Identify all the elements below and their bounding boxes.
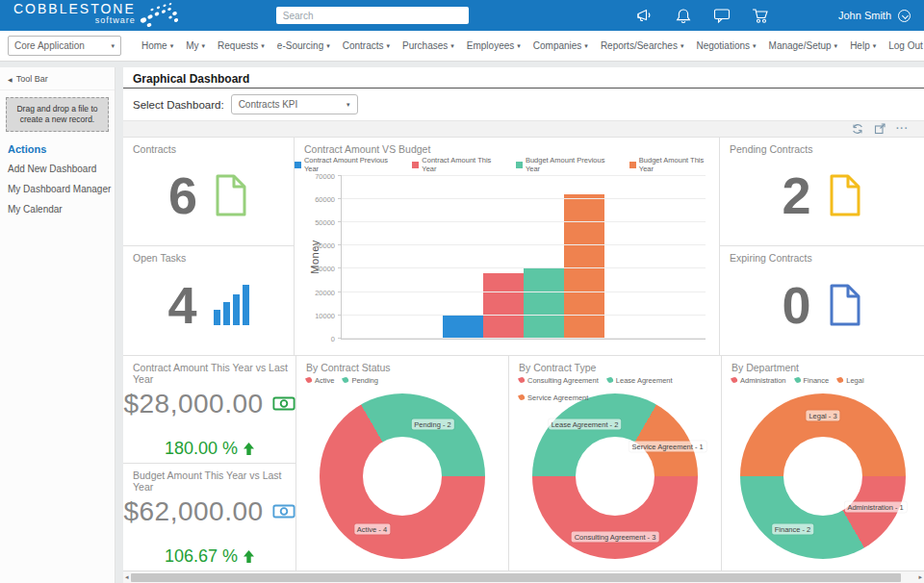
gridline [342,267,706,268]
nav-item-log-out[interactable]: Log Out [888,40,923,51]
cobblestone-logo: COBBLESTONE software [13,2,180,29]
legend-item[interactable]: Legal [837,376,863,385]
nav-items: Home▾My▾Requests▾e-Sourcing▾Contracts▾Pu… [141,40,923,51]
bar-chart-icon [214,285,249,325]
nav-item-home[interactable]: Home▾ [141,40,173,51]
nav-item-my[interactable]: My▾ [186,40,205,51]
bar-budget-amount-previous-year[interactable] [524,268,564,338]
logo-title: COBBLESTONE [13,2,136,16]
horizontal-scrollbar[interactable]: ◂ ▸ [123,570,924,583]
nav-item-purchases[interactable]: Purchases▾ [402,40,454,51]
legend-item[interactable]: Administration [732,376,786,385]
chevron-down-icon: ▾ [873,42,877,50]
tick-mark [338,244,342,245]
chevron-down-icon: ▾ [387,42,391,50]
y-tick-label: 0 [331,334,335,342]
donut-hole [363,437,442,516]
bell-icon[interactable] [675,7,692,24]
action-link-my-dashboard-manager[interactable]: My Dashboard Manager [0,179,115,199]
y-tick-label: 20000 [315,288,335,296]
gridline [342,315,706,316]
legend-item[interactable]: Active [306,376,334,385]
bar-contract-amount-previous-year[interactable] [443,316,483,339]
scrollbar-track[interactable] [131,573,917,582]
contract-amount-value: $28,000.00 [123,389,263,419]
legend-item[interactable]: Budget Amount This Year [629,156,719,173]
legend-item[interactable]: Consulting Agreement [519,376,599,385]
user-name: John Smith [838,10,891,21]
application-select[interactable]: Core Application ▾ [8,36,121,56]
file-dropzone[interactable]: Drag and drop a file to create a new rec… [6,97,109,132]
chevron-down-icon: ▾ [346,101,350,109]
collapse-left-icon: ◀ [8,76,13,83]
gridline [342,244,706,245]
pending-contracts-count: 2 [782,169,810,221]
chevron-down-icon: ▾ [326,42,330,50]
legend-item[interactable]: Finance [795,376,830,385]
cart-icon[interactable] [752,7,769,24]
slice-label: Service Agreement - 1 [629,441,706,451]
contract-amount-card: Contract Amount This Year vs Last Year $… [123,356,295,463]
donut-chart[interactable]: Consulting Agreement - 3Lease Agreement … [532,393,698,559]
page-title: Graphical Dashboard [123,67,924,89]
open-tasks-card: Open Tasks 4 [123,246,294,354]
nav-item-manage-setup[interactable]: Manage/Setup▾ [769,40,838,51]
legend-item[interactable]: Contract Amount Previous Year [295,156,402,173]
scroll-right-icon[interactable]: ▸ [918,572,922,582]
chevron-down-icon: ▾ [834,42,838,50]
chart-title: By Department [732,362,799,373]
legend-item[interactable]: Lease Agreement [607,376,673,385]
chat-icon[interactable] [713,7,731,24]
action-link-my-calendar[interactable]: My Calendar [0,199,115,219]
slice-label: Pending - 2 [411,418,453,429]
nav-item-employees[interactable]: Employees▾ [467,40,521,51]
legend-item[interactable]: Pending [343,376,378,385]
chevron-down-icon: ▾ [450,42,454,50]
search-input[interactable] [276,7,469,24]
action-link-add-new-dashboard[interactable]: Add New Dashboard [0,159,115,179]
user-menu[interactable]: John Smith [838,10,911,22]
dashboard-select[interactable]: Contracts KPI ▾ [231,94,358,114]
expiring-contracts-card: Expiring Contracts 0 [720,246,924,354]
tick-mark [338,175,342,176]
legend-swatch-icon [606,376,614,384]
chart-title: Contract Amount VS Budget [304,143,430,155]
contract-type-donut-card: By Contract Type Consulting AgreementLea… [509,356,721,570]
megaphone-icon[interactable] [636,7,654,24]
nav-item-help[interactable]: Help▾ [850,40,876,51]
scrollbar-thumb[interactable] [131,573,902,582]
donut-chart[interactable]: Administration - 1Finance - 2Legal - 3 [740,393,906,559]
logo-subtitle: software [95,16,136,25]
chevron-down-icon: ▾ [111,42,115,50]
department-donut-card: By Department AdministrationFinanceLegal… [722,356,924,570]
slice-label: Consulting Agreement - 3 [572,532,659,543]
card-title: Pending Contracts [730,143,812,155]
bar-budget-amount-this-year[interactable] [564,194,604,338]
more-options-icon[interactable]: ··· [896,124,909,134]
bar-contract-amount-this-year[interactable] [483,273,524,338]
card-title: Contracts [133,143,176,155]
dashboard-select-value: Contracts KPI [239,99,298,110]
slice-label: Active - 4 [354,523,390,534]
document-icon [828,174,862,216]
scroll-left-icon[interactable]: ◂ [125,572,129,582]
nav-item-reports-searches[interactable]: Reports/Searches▾ [601,40,684,51]
nav-item-requests[interactable]: Requests▾ [218,40,265,51]
legend-item[interactable]: Service Agreement [519,393,588,402]
nav-item-e-sourcing[interactable]: e-Sourcing▾ [277,40,330,51]
action-links: Add New DashboardMy Dashboard ManagerMy … [0,159,115,219]
legend-swatch-icon [731,376,738,384]
refresh-icon[interactable] [852,123,863,135]
legend-item[interactable]: Contract Amount This Year [412,156,506,173]
donut-chart[interactable]: Active - 4Pending - 2 [320,393,485,559]
toolbar-collapse-button[interactable]: ◀ Tool Bar [0,67,115,90]
legend-item[interactable]: Budget Amount Previous Year [516,156,620,173]
tick-mark [338,221,342,222]
arrow-up-icon [244,443,254,455]
expand-icon[interactable] [874,123,886,135]
toolbar-label: Tool Bar [16,74,48,84]
nav-item-companies[interactable]: Companies▾ [533,40,588,51]
bar-plot[interactable]: Money 0100002000030000400005000060000700… [341,176,706,339]
nav-item-negotiations[interactable]: Negotiations▾ [696,40,756,51]
nav-item-contracts[interactable]: Contracts▾ [343,40,390,51]
